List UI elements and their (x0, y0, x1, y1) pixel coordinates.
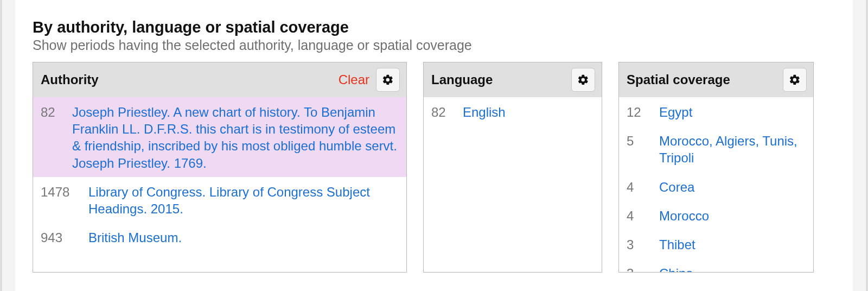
item-label: English (463, 104, 594, 121)
gear-icon (789, 74, 801, 86)
panel-authority-header: Authority Clear (33, 62, 406, 97)
list-item[interactable]: 4Corea (619, 172, 813, 201)
panel-authority-body: 82Joseph Priestley. A new chart of histo… (33, 97, 406, 272)
item-count: 4 (627, 207, 659, 224)
item-count: 1478 (41, 184, 88, 200)
list-item[interactable]: 82Joseph Priestley. A new chart of histo… (33, 97, 406, 177)
item-count: 12 (627, 104, 659, 121)
list-item[interactable]: 943British Museum. (33, 223, 406, 251)
list-item[interactable]: 5Morocco, Algiers, Tunis, Tripoli (619, 126, 813, 172)
item-count: 3 (627, 265, 659, 272)
item-label: Joseph Priestley. A new chart of history… (72, 104, 399, 172)
item-count: 4 (627, 179, 659, 195)
gear-icon (577, 74, 589, 86)
facet-panels: Authority Clear 82Joseph Priestley. A ne… (33, 62, 835, 273)
panel-spatial-title: Spatial coverage (627, 72, 778, 87)
panel-language-header: Language (424, 62, 602, 97)
list-item[interactable]: 4Morocco (619, 201, 813, 230)
item-count: 3 (627, 236, 659, 253)
item-count: 82 (41, 104, 72, 121)
item-count: 82 (431, 104, 463, 121)
list-item[interactable]: 3Thibet (619, 230, 813, 258)
item-label: British Museum. (88, 229, 399, 246)
item-label: Morocco, Algiers, Tunis, Tripoli (659, 132, 806, 166)
panel-spatial-body: 12Egypt5Morocco, Algiers, Tunis, Tripoli… (619, 97, 813, 272)
panel-authority: Authority Clear 82Joseph Priestley. A ne… (33, 62, 407, 273)
list-item[interactable]: 3China (619, 258, 813, 272)
item-count: 5 (627, 132, 659, 149)
settings-button[interactable] (571, 68, 595, 92)
item-label: Thibet (659, 236, 806, 253)
item-count: 943 (41, 229, 88, 246)
section-subtitle: Show periods having the selected authori… (33, 37, 835, 53)
list-item[interactable]: 1478Library of Congress. Library of Cong… (33, 177, 406, 223)
list-item[interactable]: 82English (424, 97, 602, 126)
clear-button[interactable]: Clear (339, 72, 369, 87)
panel-language: Language 82English (423, 62, 602, 273)
panel-spatial: Spatial coverage 12Egypt5Morocco, Algier… (618, 62, 814, 273)
gear-icon (382, 74, 394, 86)
panel-language-body: 82English (424, 97, 602, 272)
panel-spatial-header: Spatial coverage (619, 62, 813, 97)
list-item[interactable]: 12Egypt (619, 97, 813, 126)
panel-authority-title: Authority (41, 72, 334, 87)
item-label: Library of Congress. Library of Congress… (88, 184, 399, 217)
settings-button[interactable] (783, 68, 807, 92)
settings-button[interactable] (376, 68, 400, 92)
item-label: China (659, 265, 806, 272)
panel-language-title: Language (431, 72, 567, 87)
item-label: Corea (659, 179, 806, 195)
section-title: By authority, language or spatial covera… (33, 18, 835, 36)
item-label: Morocco (659, 207, 806, 224)
item-label: Egypt (659, 104, 806, 121)
